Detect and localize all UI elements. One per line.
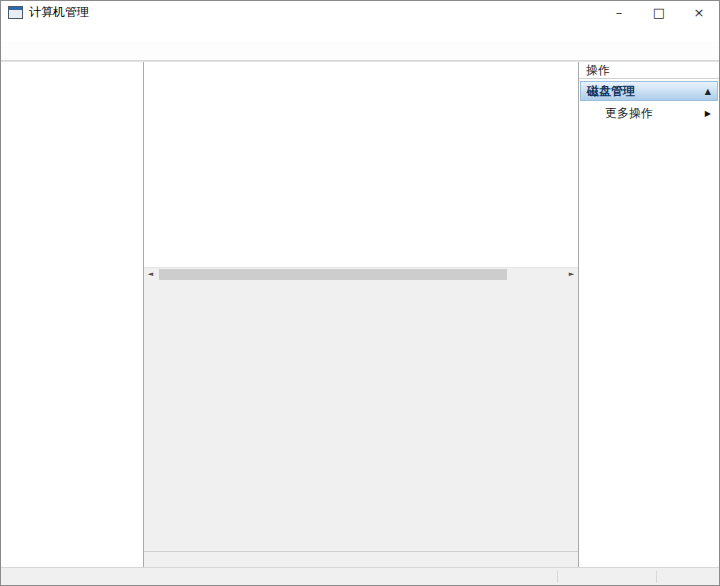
menu-bar [1,23,719,41]
more-actions-label: 更多操作 [605,105,653,122]
actions-section-label: 磁盘管理 [587,83,635,100]
disk-management-pane: ◄ ► [144,62,579,567]
status-separator [557,571,558,583]
close-button[interactable]: × [679,1,719,23]
more-actions-item[interactable]: 更多操作 ▶ [579,103,719,123]
submenu-arrow-icon: ▶ [705,109,711,118]
scrollbar-thumb[interactable] [159,269,507,280]
scroll-right-icon[interactable]: ► [565,268,578,281]
toolbar [1,41,719,61]
window-title: 计算机管理 [29,4,89,21]
horizontal-scrollbar[interactable]: ◄ ► [144,267,578,280]
scrollbar-track[interactable] [157,268,565,281]
console-tree [1,62,144,567]
collapse-icon[interactable]: ▲ [705,87,711,96]
actions-section-disk-management[interactable]: 磁盘管理 ▲ [580,81,718,101]
graphical-view [144,280,578,551]
app-icon [8,6,23,19]
volume-list [144,62,578,267]
partition-legend [144,551,578,567]
maximize-button[interactable]: □ [639,1,679,23]
status-bar [1,567,719,585]
scroll-left-icon[interactable]: ◄ [144,268,157,281]
status-separator [656,571,657,583]
title-bar: 计算机管理 – □ × [1,1,719,23]
actions-pane: 操作 磁盘管理 ▲ 更多操作 ▶ [579,62,719,567]
minimize-button[interactable]: – [599,1,639,23]
actions-pane-title: 操作 [579,62,719,79]
computer-management-window: 计算机管理 – □ × ◄ ► 操作 磁盘管理 [0,0,720,586]
